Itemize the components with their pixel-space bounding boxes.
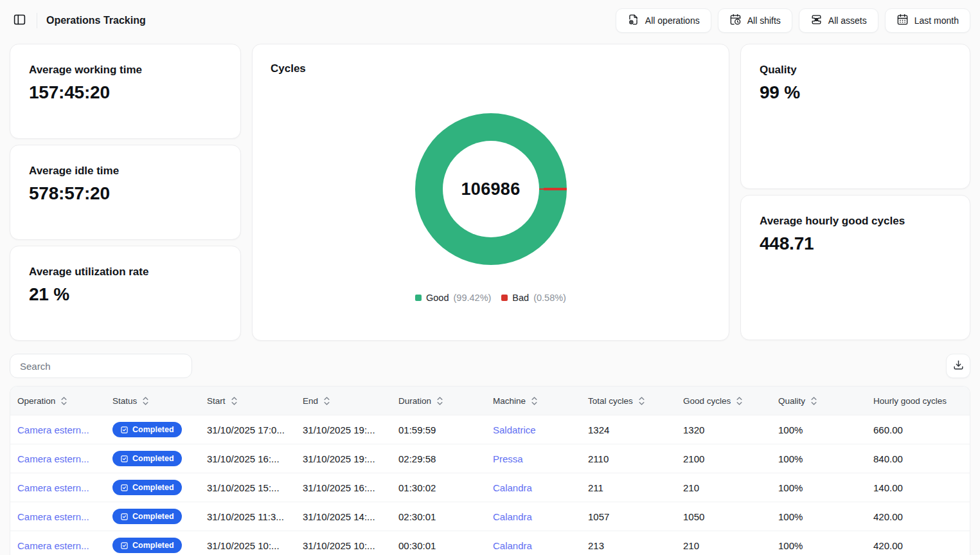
quality-card: Quality 99 % <box>740 44 970 189</box>
table-row: Camera estern...Completed31/10/2025 17:0… <box>10 415 970 444</box>
cell-end: 31/10/2025 19:... <box>296 424 391 435</box>
status-label: Completed <box>132 454 174 463</box>
column-label: End <box>303 396 318 406</box>
cell-start: 31/10/2025 11:3... <box>200 511 296 522</box>
kpi-left-column: Average working time 157:45:20 Average i… <box>10 44 241 341</box>
sidebar-toggle-button[interactable] <box>12 12 28 30</box>
all-operations-filter-button[interactable]: All operations <box>616 8 711 33</box>
table-row: Camera estern...Completed31/10/2025 16:.… <box>10 444 970 473</box>
column-header-status[interactable]: Status <box>105 396 200 406</box>
operation-link[interactable]: Camera estern... <box>17 511 89 522</box>
status-label: Completed <box>132 483 174 492</box>
operations-tracking-page: Operations Tracking All operations All s… <box>0 0 980 555</box>
column-label: Duration <box>398 396 431 406</box>
last-month-filter-button[interactable]: Last month <box>885 8 970 33</box>
status-badge: Completed <box>112 480 182 495</box>
legend-item-bad[interactable]: Bad (0.58%) <box>501 293 566 303</box>
cell-machine: Pressa <box>486 453 581 464</box>
column-label: Hourly good cycles <box>873 396 947 406</box>
sort-icon <box>531 396 538 406</box>
table-row: Camera estern...Completed31/10/2025 10:.… <box>10 531 970 555</box>
cell-operation: Camera estern... <box>10 482 105 493</box>
filter-label: All shifts <box>747 15 781 26</box>
status-badge: Completed <box>112 538 182 553</box>
column-label: Start <box>207 396 226 406</box>
check-square-icon <box>120 513 129 521</box>
column-header-quality[interactable]: Quality <box>771 396 866 406</box>
legend-label: Bad <box>512 293 529 303</box>
kpi-label: Average utilization rate <box>29 266 222 278</box>
cell-quality: 100% <box>771 453 866 464</box>
column-label: Quality <box>778 396 805 406</box>
column-label: Status <box>112 396 137 406</box>
kpi-label: Average working time <box>29 64 222 77</box>
check-square-icon <box>120 541 129 550</box>
calendar-clock-icon <box>729 14 742 28</box>
cell-end: 31/10/2025 19:... <box>296 453 391 464</box>
status-label: Completed <box>132 512 174 521</box>
good-legend-swatch <box>415 295 422 301</box>
column-header-start[interactable]: Start <box>200 396 296 406</box>
cell-total-cycles: 213 <box>581 540 676 551</box>
calendar-icon <box>896 14 909 28</box>
all-assets-filter-button[interactable]: All assets <box>799 8 878 33</box>
operation-link[interactable]: Camera estern... <box>17 540 89 551</box>
column-label: Good cycles <box>683 396 731 406</box>
cell-good-cycles: 1320 <box>676 424 771 435</box>
table-body: Camera estern...Completed31/10/2025 17:0… <box>10 415 970 555</box>
sort-icon <box>142 396 149 406</box>
cell-quality: 100% <box>771 511 866 522</box>
cell-duration: 01:30:02 <box>391 482 486 493</box>
download-button[interactable] <box>946 354 970 378</box>
status-label: Completed <box>132 425 174 434</box>
operation-link[interactable]: Camera estern... <box>17 482 89 493</box>
table-header-row: OperationStatusStartEndDurationMachineTo… <box>10 387 970 415</box>
machine-link[interactable]: Calandra <box>493 511 532 522</box>
legend-item-good[interactable]: Good (99.42%) <box>415 293 491 303</box>
donut-hole: 106986 <box>443 141 539 237</box>
filter-label: All operations <box>645 15 700 26</box>
cell-status: Completed <box>105 509 200 524</box>
kpi-label: Quality <box>760 64 951 77</box>
kpi-label: Average idle time <box>29 165 222 177</box>
column-label: Operation <box>17 396 55 406</box>
sort-icon <box>323 396 330 406</box>
page-title: Operations Tracking <box>46 15 146 26</box>
legend-label: Good <box>426 293 449 303</box>
machine-link[interactable]: Saldatrice <box>493 424 536 435</box>
search-input[interactable] <box>10 354 192 378</box>
machine-link[interactable]: Calandra <box>493 540 532 551</box>
top-bar: Operations Tracking All operations All s… <box>0 0 980 41</box>
machine-icon <box>810 14 823 28</box>
filter-label: All assets <box>828 15 867 26</box>
cycles-donut-chart[interactable]: 106986 <box>415 113 567 265</box>
check-square-icon <box>120 455 129 463</box>
download-icon <box>952 359 965 373</box>
column-header-operation[interactable]: Operation <box>10 396 105 406</box>
cell-operation: Camera estern... <box>10 424 105 435</box>
machine-link[interactable]: Calandra <box>493 482 532 493</box>
cell-start: 31/10/2025 15:... <box>200 482 296 493</box>
status-badge: Completed <box>112 451 182 466</box>
kpi-value: 448.71 <box>760 233 951 254</box>
cell-duration: 00:30:01 <box>391 540 486 551</box>
cell-operation: Camera estern... <box>10 540 105 551</box>
column-header-total-cycles[interactable]: Total cycles <box>581 396 676 406</box>
cell-machine: Calandra <box>486 511 581 522</box>
cell-good-cycles: 210 <box>676 482 771 493</box>
all-shifts-filter-button[interactable]: All shifts <box>718 8 792 33</box>
column-header-good-cycles[interactable]: Good cycles <box>676 396 771 406</box>
top-bar-filters: All operations All shifts All assets Las… <box>616 8 970 33</box>
machine-link[interactable]: Pressa <box>493 453 523 464</box>
sort-icon <box>736 396 743 406</box>
cell-start: 31/10/2025 10:... <box>200 540 296 551</box>
operations-file-icon <box>627 14 639 28</box>
cell-operation: Camera estern... <box>10 453 105 464</box>
operation-link[interactable]: Camera estern... <box>17 453 89 464</box>
table-row: Camera estern...Completed31/10/2025 11:3… <box>10 502 970 531</box>
column-header-end[interactable]: End <box>296 396 391 406</box>
column-header-machine[interactable]: Machine <box>486 396 581 406</box>
status-badge: Completed <box>112 422 182 437</box>
operation-link[interactable]: Camera estern... <box>17 424 89 435</box>
column-header-duration[interactable]: Duration <box>391 396 486 406</box>
